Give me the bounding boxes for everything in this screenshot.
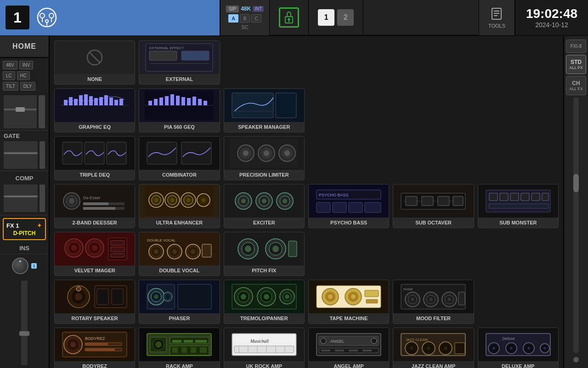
inv-button[interactable]: INV	[19, 61, 34, 69]
scroll-area	[566, 97, 586, 353]
svg-text:Deluxe: Deluxe	[502, 336, 515, 341]
effect-graphic-eq[interactable]: GRAPHIC EQ	[54, 88, 135, 132]
effect-sub-monster[interactable]: SUB MONSTER	[478, 184, 559, 228]
effect-mood-filter[interactable]: mood MOOD FILTER	[393, 280, 474, 324]
page-1-button[interactable]: 1	[318, 9, 334, 26]
abc-c[interactable]: C	[251, 14, 261, 23]
scroll-track[interactable]	[573, 97, 579, 353]
svg-rect-27	[84, 94, 88, 105]
svg-rect-40	[165, 96, 169, 105]
empty-cell-5	[308, 88, 389, 132]
scroll-thumb[interactable]	[573, 174, 579, 192]
sidebar-knob[interactable]	[12, 258, 28, 274]
svg-rect-191	[366, 299, 378, 303]
effect-bodyrez-label: BODYREZ	[55, 361, 135, 368]
effect-angel-amp[interactable]: ANGEL ANGEL AMP	[308, 328, 389, 368]
effect-phaser-thumb	[139, 280, 219, 313]
effect-exciter[interactable]: EXCITER	[224, 184, 305, 228]
svg-rect-226	[181, 347, 187, 353]
svg-text:Musicball: Musicball	[250, 339, 269, 344]
svg-rect-133	[111, 247, 124, 252]
svg-text:PSYCHO BASS: PSYCHO BASS	[319, 193, 349, 197]
dly-button[interactable]: DLY	[20, 82, 35, 91]
effect-psycho-bass[interactable]: PSYCHO BASS PSYCHO BASS	[308, 184, 389, 228]
page-2-button[interactable]: 2	[337, 9, 354, 26]
effect-triple-deq-thumb	[55, 137, 135, 170]
effect-velvet-imager[interactable]: VELVET IMAGER	[54, 232, 135, 276]
effect-phaser[interactable]: PHASER	[139, 280, 220, 324]
sidebar-controls: 48V INV LC HC TILT DLY	[0, 58, 49, 93]
effect-rotary-speaker-thumb	[55, 280, 135, 313]
effect-2band-deesser[interactable]: De-Esser 2-BAND DEESSER	[54, 184, 135, 228]
channel-block: 1	[0, 0, 220, 35]
effect-external[interactable]: EXTERNAL EFFECT EXTERNAL	[139, 40, 220, 85]
tilt-button[interactable]: TILT	[3, 82, 18, 91]
fxi8-button[interactable]: FXI-8	[566, 40, 586, 53]
svg-rect-162	[112, 289, 123, 305]
svg-point-8	[288, 18, 290, 21]
effect-exciter-label: EXCITER	[224, 218, 304, 228]
effect-bodyrez[interactable]: BODYREZ BODYREZ	[54, 328, 135, 368]
48v-button[interactable]: 48V	[3, 61, 17, 69]
effect-combinator[interactable]: COMBINATOR	[139, 136, 220, 180]
abc-a[interactable]: A	[228, 14, 238, 23]
effect-triple-deq[interactable]: TRIPLE DEQ	[54, 136, 135, 180]
svg-point-271	[510, 347, 513, 350]
effect-mood-filter-thumb: mood	[393, 280, 473, 313]
effect-none-thumb	[55, 41, 135, 74]
gate-section: GATE	[0, 130, 49, 171]
effect-precision-limiter[interactable]: PRECISION LIMITER	[224, 136, 305, 180]
effect-rotary-speaker-label: ROTARY SPEAKER	[55, 313, 135, 323]
effect-deluxe-amp-thumb: Deluxe	[478, 328, 558, 361]
effect-ultra-enhancer[interactable]: ULTRA ENHANCER	[139, 184, 220, 228]
effect-speaker-manager[interactable]: SPEAKER MANAGER	[224, 88, 305, 132]
effect-uk-rock-amp[interactable]: Musicball UK ROCK AMP	[224, 328, 305, 368]
svg-point-142	[172, 249, 177, 254]
svg-rect-105	[333, 202, 346, 213]
abc-b[interactable]: B	[240, 14, 250, 23]
comp-label: COMP	[4, 172, 45, 183]
svg-line-15	[89, 52, 100, 63]
svg-rect-18	[149, 51, 177, 60]
hc-button[interactable]: HC	[17, 71, 30, 80]
svg-rect-75	[83, 202, 108, 205]
effect-sub-octaver[interactable]: SUB OCTAVER	[393, 184, 474, 228]
effect-rack-amp-label: RACK AMP	[139, 361, 219, 368]
svg-rect-114	[453, 196, 463, 206]
svg-point-203	[447, 298, 451, 301]
effect-none[interactable]: NONE	[54, 40, 135, 85]
svg-rect-223	[195, 340, 207, 343]
lc-button[interactable]: LC	[3, 71, 15, 80]
tools-block[interactable]: TOOLS	[479, 0, 514, 35]
effect-rotary-speaker[interactable]: ROTARY SPEAKER	[54, 280, 135, 324]
svg-rect-39	[159, 98, 163, 105]
effect-rack-amp[interactable]: RACK AMP	[139, 328, 220, 368]
vertical-fader[interactable]	[21, 281, 28, 365]
home-button[interactable]: HOME	[0, 36, 49, 58]
svg-rect-112	[422, 196, 433, 206]
effect-ultra-enhancer-label: ULTRA ENHANCER	[139, 218, 219, 228]
effect-pitch-fix[interactable]: PITCH FIX	[224, 232, 305, 276]
svg-point-139	[154, 249, 158, 254]
svg-rect-111	[406, 196, 417, 206]
effect-tremolo-panner[interactable]: TREMOLO/PANNER	[224, 280, 305, 324]
lock-block[interactable]	[270, 0, 309, 35]
effect-mood-filter-label: MOOD FILTER	[393, 313, 473, 323]
effect-double-vocal[interactable]: DOUBLE VOCAL DOUBLE VOCAL	[139, 232, 220, 276]
fx1-section[interactable]: FX 1 ✦ D-PITCH	[3, 218, 46, 240]
effect-pitch-fix-thumb	[224, 232, 304, 265]
effect-2band-deesser-thumb: De-Esser	[55, 184, 135, 218]
ch-button[interactable]: CH ALL FX	[566, 76, 586, 95]
effect-tape-machine[interactable]: TAPE MACHINE	[308, 280, 389, 324]
std-button[interactable]: STD ALL FX	[566, 55, 586, 74]
effect-graphic-eq-thumb	[55, 89, 135, 122]
effect-deluxe-amp[interactable]: Deluxe DELUXE AM	[478, 328, 559, 368]
std-sublabel: ALL FX	[568, 65, 584, 70]
svg-rect-121	[531, 193, 540, 201]
effect-pia560[interactable]: PIA 560 GEQ	[139, 88, 220, 132]
rate-label: 48K	[241, 6, 251, 12]
fx1-name: D-PITCH	[6, 230, 42, 236]
effect-sub-octaver-label: SUB OCTAVER	[393, 218, 473, 228]
effect-jazz-clean-amp[interactable]: JAZZ CLEAN JAZZ CLEAN AMP	[393, 328, 474, 368]
svg-rect-10	[492, 8, 501, 19]
